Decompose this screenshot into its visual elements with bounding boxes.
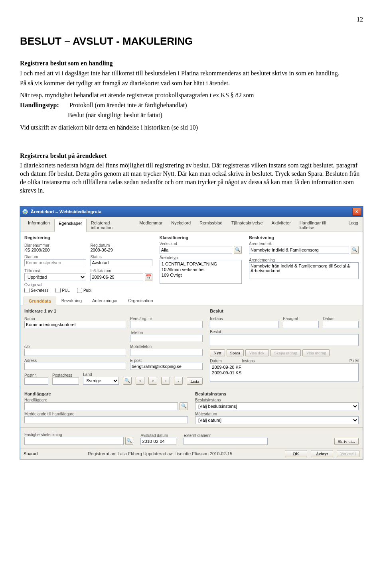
beslut-title: Beslut [210,309,359,313]
fastighet-search-icon[interactable]: 🔍 [125,437,133,445]
land-label: Land [83,372,119,377]
tab-remissblad[interactable]: Remissblad [195,218,227,232]
status-input[interactable] [90,259,152,266]
middle-panel: Initierare 1 av 1 Namn Pers./org. nr Tel… [20,305,363,388]
tab-tjansteskrivelse[interactable]: Tjänsteskrivelse [227,218,267,232]
beslut-list[interactable]: 2009-09-28 KF 2009-09-01 KS [210,363,359,382]
subtab-grunddata[interactable]: Grunddata [24,297,56,305]
inut-input[interactable] [90,273,143,281]
mening-label: Ärendemening [249,258,359,262]
persorg-label: Pers./org. nr [130,317,203,321]
beslutsinstans-select[interactable]: [Välj beslutsinstans] [195,402,359,410]
skapautdrag-button[interactable]: Skapa utdrag [270,349,301,356]
dialog-title: Ärendekort -- Webbsidedialogruta [31,209,101,214]
telefon-input[interactable] [130,335,203,342]
tillkomst-select[interactable]: Upprättad [24,273,86,281]
handlingstyp-key: Handlingstyp: [20,101,68,110]
beslut-label: Beslut [210,330,359,334]
postnr-input[interactable] [24,378,48,385]
co-input[interactable] [24,349,126,356]
motesdatum-label: Mötesdatum [195,412,359,416]
ok-button[interactable]: OOKK [285,450,307,457]
beslut-row-2[interactable]: 2009-09-01 KS [212,370,357,376]
persorg-input[interactable] [130,321,203,328]
rubrik-search-icon[interactable]: 🔍 [351,246,359,254]
skrivut-button[interactable]: Skriv ut... [334,438,359,445]
namn-input[interactable] [24,321,126,328]
instans-input[interactable] [210,321,279,328]
motesdatum-select[interactable]: [Välj datum] [195,416,359,424]
subtab-organisation[interactable]: Organisation [123,296,158,305]
verkstall-button[interactable]: Verkställ [337,450,359,457]
postadress-input[interactable] [52,378,79,385]
land-select[interactable]: Sverige [83,377,119,385]
tab-logg[interactable]: Logg [344,218,363,232]
besluth-instans: Instans [242,359,347,363]
mening-textarea[interactable]: Namnbyte från Individ & Familjeomsorg ti… [249,262,359,279]
arendetyp-row-1[interactable]: 1 CENTRAL FÖRVALTNING [162,261,240,267]
mobil-input[interactable] [130,349,203,356]
doc-title: BESLUT – AVSLUT - MAKULERING [20,35,363,47]
ovriga-label: Övriga val [24,283,152,287]
arendetyp-row-2[interactable]: 10 Allmän verksamhet [162,267,240,272]
avbryt-button[interactable]: Avbryt [311,450,333,457]
adress-label: Adress [24,358,126,363]
tab-nyckelord[interactable]: Nyckelord [167,218,195,232]
add-button[interactable]: + [161,377,170,385]
verkskod-input[interactable] [160,246,233,254]
beslutsinstans-label: Beslutsinstans [195,398,359,402]
sparad-text: Sparad [24,451,38,456]
handlingstyp-val2: Beslut (när slutgiltigt beslut är fattat… [68,111,363,120]
inut-label: In/Ut-datum [90,269,152,273]
pul-check[interactable]: PUL [55,288,69,293]
externt-input[interactable] [184,438,267,445]
subtab-bevakning[interactable]: Bevakning [56,296,87,305]
tab-relaterad[interactable]: Relaterad information [87,218,135,232]
tab-medlemmar[interactable]: Medlemmar [135,218,167,232]
registrerat-text: Registrerat av: Laila Ekberg Uppdaterad … [88,451,232,456]
diarienummer-value: KS 2009/200 [24,248,86,252]
medd-input[interactable] [24,416,188,423]
epost-input[interactable] [130,363,203,370]
sekretess-check[interactable]: Sekretess [24,288,48,293]
paragraf-input[interactable] [283,321,319,328]
klassificering-title: Klassificering [160,235,242,240]
subtab-anteckningar[interactable]: Anteckningar [87,296,123,305]
main-tabstrip: Information Egenskaper Relaterad informa… [20,217,363,232]
arendetyp-list[interactable]: 1 CENTRAL FÖRVALTNING 10 Allmän verksamh… [160,260,242,284]
calendar-icon[interactable]: 📅 [145,273,152,281]
arendetyp-row-3[interactable]: 109 Övrigt [162,272,240,278]
close-button[interactable]: × [352,208,361,216]
beslut-row-1[interactable]: 2009-09-28 KF [212,364,357,370]
remove-button[interactable]: - [174,377,183,385]
handlaggare-input[interactable] [24,402,178,410]
adress-input[interactable] [24,363,126,370]
rubrik-input[interactable] [249,246,349,254]
avslut-input[interactable] [140,438,176,445]
verkskod-search-icon[interactable]: 🔍 [234,246,242,254]
tab-aktiviteter[interactable]: Aktiviteter [267,218,295,232]
handlingstyp-val1: Protokoll (om ärendet inte är färdigbeha… [69,102,187,108]
co-label: c/o [24,344,126,349]
datum-input[interactable] [323,321,359,328]
prev-button[interactable]: < [136,377,144,385]
tab-information[interactable]: Information [24,218,54,232]
tab-egenskaper[interactable]: Egenskaper [54,219,87,232]
beskrivning-title: Beskrivning [249,235,359,240]
instans-label: Instans [210,317,279,321]
tab-handlingar[interactable]: Handlingar till kallelse [295,218,344,232]
lista-button[interactable]: Lista [187,378,203,385]
spara-button[interactable]: Spara [227,349,244,356]
para-4: Vid utskrift av diariekort blir detta en… [20,124,363,132]
fastighet-input[interactable] [24,437,124,445]
handlingstyp-row1: Handlingstyp: Protokoll (om ärendet inte… [20,101,363,110]
next-button[interactable]: > [148,377,157,385]
titlebar: Ärendekort -- Webbsidedialogruta × [20,206,363,217]
handlaggare-search-icon[interactable]: 🔍 [180,402,188,410]
land-search-icon[interactable]: 🔍 [123,377,132,385]
beslut-textarea[interactable] [210,334,359,346]
publ-check[interactable]: Publ. [77,288,93,293]
visadok-button[interactable]: Visa dok. [245,349,269,356]
visautdrag-button[interactable]: Visa utdrag [302,349,330,356]
nytt-button[interactable]: Nytt [210,349,225,356]
